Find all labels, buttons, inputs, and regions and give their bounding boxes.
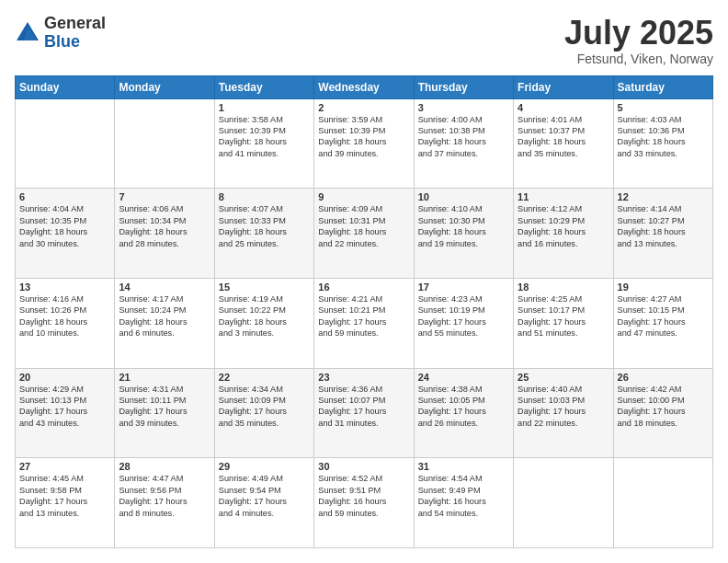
cell-content: Sunrise: 4:03 AMSunset: 10:36 PMDaylight… <box>618 114 709 160</box>
calendar-cell: 18Sunrise: 4:25 AMSunset: 10:17 PMDaylig… <box>514 278 613 368</box>
logo-general: General <box>44 15 106 33</box>
calendar-cell: 3Sunrise: 4:00 AMSunset: 10:38 PMDayligh… <box>414 98 513 189</box>
location: Fetsund, Viken, Norway <box>564 52 713 66</box>
calendar-header-tuesday: Tuesday <box>214 75 313 98</box>
cell-content: Sunrise: 4:49 AMSunset: 9:54 PMDaylight:… <box>219 473 310 519</box>
cell-content: Sunrise: 4:09 AMSunset: 10:31 PMDaylight… <box>318 203 409 249</box>
day-number: 19 <box>618 282 709 293</box>
cell-content: Sunrise: 4:04 AMSunset: 10:35 PMDaylight… <box>19 203 110 249</box>
calendar-cell: 21Sunrise: 4:31 AMSunset: 10:11 PMDaylig… <box>115 368 214 458</box>
calendar-cell: 24Sunrise: 4:38 AMSunset: 10:05 PMDaylig… <box>414 368 513 458</box>
day-number: 12 <box>618 191 709 202</box>
cell-content: Sunrise: 4:12 AMSunset: 10:29 PMDaylight… <box>518 203 609 249</box>
calendar-header-row: SundayMondayTuesdayWednesdayThursdayFrid… <box>16 75 713 98</box>
day-number: 26 <box>618 372 709 383</box>
calendar-cell: 2Sunrise: 3:59 AMSunset: 10:39 PMDayligh… <box>314 98 414 189</box>
day-number: 15 <box>219 282 310 293</box>
day-number: 30 <box>318 461 409 472</box>
cell-content: Sunrise: 4:36 AMSunset: 10:07 PMDaylight… <box>318 384 409 430</box>
day-number: 24 <box>418 372 509 383</box>
calendar-cell: 29Sunrise: 4:49 AMSunset: 9:54 PMDayligh… <box>214 458 313 548</box>
day-number: 23 <box>318 372 409 383</box>
calendar-week-row: 1Sunrise: 3:58 AMSunset: 10:39 PMDayligh… <box>16 98 713 189</box>
calendar-week-row: 6Sunrise: 4:04 AMSunset: 10:35 PMDayligh… <box>16 189 713 279</box>
cell-content: Sunrise: 4:31 AMSunset: 10:11 PMDaylight… <box>119 384 210 430</box>
calendar-cell <box>16 98 115 189</box>
cell-content: Sunrise: 4:21 AMSunset: 10:21 PMDaylight… <box>318 293 409 339</box>
calendar-cell: 28Sunrise: 4:47 AMSunset: 9:56 PMDayligh… <box>115 458 214 548</box>
calendar-cell: 5Sunrise: 4:03 AMSunset: 10:36 PMDayligh… <box>613 98 712 189</box>
cell-content: Sunrise: 4:34 AMSunset: 10:09 PMDaylight… <box>219 384 310 430</box>
calendar-week-row: 27Sunrise: 4:45 AMSunset: 9:58 PMDayligh… <box>16 458 713 548</box>
cell-content: Sunrise: 4:25 AMSunset: 10:17 PMDaylight… <box>518 293 609 339</box>
day-number: 27 <box>19 461 110 472</box>
calendar-cell: 31Sunrise: 4:54 AMSunset: 9:49 PMDayligh… <box>414 458 513 548</box>
cell-content: Sunrise: 4:45 AMSunset: 9:58 PMDaylight:… <box>19 473 110 519</box>
cell-content: Sunrise: 4:23 AMSunset: 10:19 PMDaylight… <box>418 293 509 339</box>
cell-content: Sunrise: 4:38 AMSunset: 10:05 PMDaylight… <box>418 384 509 430</box>
calendar-cell: 14Sunrise: 4:17 AMSunset: 10:24 PMDaylig… <box>115 278 214 368</box>
cell-content: Sunrise: 4:07 AMSunset: 10:33 PMDaylight… <box>219 203 310 249</box>
cell-content: Sunrise: 4:27 AMSunset: 10:15 PMDaylight… <box>618 293 709 339</box>
cell-content: Sunrise: 4:29 AMSunset: 10:13 PMDaylight… <box>19 384 110 430</box>
calendar-cell: 22Sunrise: 4:34 AMSunset: 10:09 PMDaylig… <box>214 368 313 458</box>
day-number: 22 <box>219 372 310 383</box>
day-number: 17 <box>418 282 509 293</box>
day-number: 13 <box>19 282 110 293</box>
calendar-cell: 26Sunrise: 4:42 AMSunset: 10:00 PMDaylig… <box>613 368 712 458</box>
cell-content: Sunrise: 4:42 AMSunset: 10:00 PMDaylight… <box>618 384 709 430</box>
day-number: 8 <box>219 191 310 202</box>
calendar-cell: 4Sunrise: 4:01 AMSunset: 10:37 PMDayligh… <box>514 98 613 189</box>
cell-content: Sunrise: 4:19 AMSunset: 10:22 PMDaylight… <box>219 293 310 339</box>
calendar-table: SundayMondayTuesdayWednesdayThursdayFrid… <box>15 75 713 548</box>
cell-content: Sunrise: 4:14 AMSunset: 10:27 PMDaylight… <box>618 203 709 249</box>
calendar-cell: 9Sunrise: 4:09 AMSunset: 10:31 PMDayligh… <box>314 189 414 279</box>
day-number: 31 <box>418 461 509 472</box>
month-title: July 2025 <box>564 15 713 52</box>
day-number: 6 <box>19 191 110 202</box>
calendar-cell: 23Sunrise: 4:36 AMSunset: 10:07 PMDaylig… <box>314 368 414 458</box>
day-number: 9 <box>318 191 409 202</box>
day-number: 10 <box>418 191 509 202</box>
day-number: 20 <box>19 372 110 383</box>
calendar-cell: 27Sunrise: 4:45 AMSunset: 9:58 PMDayligh… <box>16 458 115 548</box>
cell-content: Sunrise: 4:47 AMSunset: 9:56 PMDaylight:… <box>119 473 210 519</box>
cell-content: Sunrise: 3:58 AMSunset: 10:39 PMDaylight… <box>219 114 310 160</box>
cell-content: Sunrise: 4:06 AMSunset: 10:34 PMDaylight… <box>119 203 210 249</box>
calendar-header-sunday: Sunday <box>16 75 115 98</box>
day-number: 25 <box>518 372 609 383</box>
day-number: 4 <box>518 102 609 113</box>
calendar-header-saturday: Saturday <box>613 75 712 98</box>
calendar-cell: 6Sunrise: 4:04 AMSunset: 10:35 PMDayligh… <box>16 189 115 279</box>
calendar-cell: 25Sunrise: 4:40 AMSunset: 10:03 PMDaylig… <box>514 368 613 458</box>
day-number: 18 <box>518 282 609 293</box>
calendar-cell: 30Sunrise: 4:52 AMSunset: 9:51 PMDayligh… <box>314 458 414 548</box>
day-number: 14 <box>119 282 210 293</box>
cell-content: Sunrise: 4:40 AMSunset: 10:03 PMDaylight… <box>518 384 609 430</box>
day-number: 11 <box>518 191 609 202</box>
day-number: 16 <box>318 282 409 293</box>
day-number: 3 <box>418 102 509 113</box>
calendar-week-row: 20Sunrise: 4:29 AMSunset: 10:13 PMDaylig… <box>16 368 713 458</box>
calendar-header-wednesday: Wednesday <box>314 75 414 98</box>
calendar-cell <box>115 98 214 189</box>
day-number: 28 <box>119 461 210 472</box>
logo: General Blue <box>15 15 106 52</box>
calendar-cell: 1Sunrise: 3:58 AMSunset: 10:39 PMDayligh… <box>214 98 313 189</box>
day-number: 21 <box>119 372 210 383</box>
calendar-week-row: 13Sunrise: 4:16 AMSunset: 10:26 PMDaylig… <box>16 278 713 368</box>
cell-content: Sunrise: 4:10 AMSunset: 10:30 PMDaylight… <box>418 203 509 249</box>
logo-blue: Blue <box>44 33 106 52</box>
cell-content: Sunrise: 4:00 AMSunset: 10:38 PMDaylight… <box>418 114 509 160</box>
calendar-cell: 16Sunrise: 4:21 AMSunset: 10:21 PMDaylig… <box>314 278 414 368</box>
calendar-cell: 19Sunrise: 4:27 AMSunset: 10:15 PMDaylig… <box>613 278 712 368</box>
header: General Blue July 2025 Fetsund, Viken, N… <box>15 15 713 66</box>
day-number: 29 <box>219 461 310 472</box>
day-number: 2 <box>318 102 409 113</box>
calendar-cell: 12Sunrise: 4:14 AMSunset: 10:27 PMDaylig… <box>613 189 712 279</box>
calendar-header-friday: Friday <box>514 75 613 98</box>
calendar-cell: 13Sunrise: 4:16 AMSunset: 10:26 PMDaylig… <box>16 278 115 368</box>
day-number: 7 <box>119 191 210 202</box>
logo-icon <box>15 20 40 46</box>
calendar-cell: 20Sunrise: 4:29 AMSunset: 10:13 PMDaylig… <box>16 368 115 458</box>
